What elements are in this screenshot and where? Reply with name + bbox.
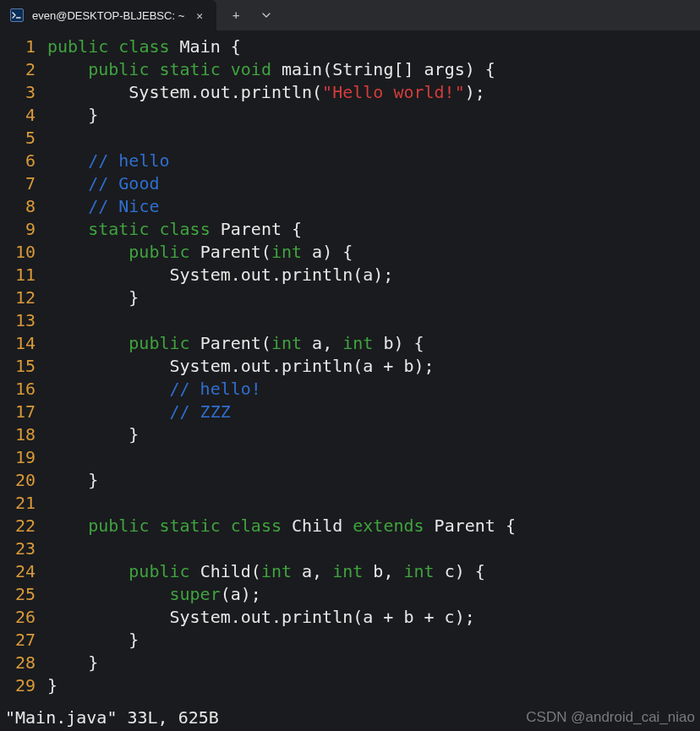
code-editor[interactable]: 1public class Main {2 public static void…	[0, 30, 700, 707]
line-number: 15	[0, 355, 47, 378]
code-content: static class Parent {	[47, 218, 700, 241]
tab-close-button[interactable]: ✕	[193, 8, 206, 22]
code-line: 24 public Child(int a, int b, int c) {	[0, 560, 700, 583]
code-line: 27 }	[0, 629, 700, 652]
line-number: 28	[0, 652, 47, 674]
line-number: 5	[0, 127, 47, 150]
code-content: }	[47, 469, 700, 492]
line-number: 2	[0, 58, 47, 81]
line-number: 24	[0, 560, 47, 583]
chevron-down-icon	[262, 11, 271, 19]
window-titlebar: even@DESKTOP-BLJEBSC: ~ ✕ +	[0, 0, 700, 30]
code-line: 23	[0, 537, 700, 560]
code-line: 16 // hello!	[0, 378, 700, 401]
code-line: 10 public Parent(int a) {	[0, 241, 700, 264]
line-number: 19	[0, 446, 47, 469]
svg-rect-0	[11, 9, 24, 22]
code-content: }	[47, 423, 700, 446]
new-tab-button[interactable]: +	[223, 3, 249, 27]
code-content	[47, 309, 700, 332]
line-number: 21	[0, 492, 47, 515]
code-content: System.out.println(a + b);	[47, 355, 700, 378]
code-content: }	[47, 286, 700, 309]
code-content: // Nice	[47, 195, 700, 218]
code-content: }	[47, 674, 700, 697]
code-line: 8 // Nice	[0, 195, 700, 218]
code-content: }	[47, 652, 700, 674]
line-number: 9	[0, 218, 47, 241]
code-line: 6 // hello	[0, 150, 700, 172]
code-content: public static void main(String[] args) {	[47, 58, 700, 81]
line-number: 27	[0, 629, 47, 652]
tab-title: even@DESKTOP-BLJEBSC: ~	[32, 9, 184, 22]
code-content: public static class Child extends Parent…	[47, 515, 700, 537]
line-number: 4	[0, 104, 47, 127]
code-line: 28 }	[0, 652, 700, 674]
code-line: 26 System.out.println(a + b + c);	[0, 606, 700, 629]
code-line: 20 }	[0, 469, 700, 492]
code-content	[47, 537, 700, 560]
code-line: 25 super(a);	[0, 583, 700, 606]
watermark: CSDN @android_cai_niao	[526, 709, 695, 726]
status-text: "Main.java" 33L, 625B	[5, 707, 219, 728]
code-line: 21	[0, 492, 700, 515]
code-line: 11 System.out.println(a);	[0, 264, 700, 286]
code-line: 18 }	[0, 423, 700, 446]
line-number: 3	[0, 81, 47, 104]
code-content	[47, 446, 700, 469]
line-number: 23	[0, 537, 47, 560]
line-number: 18	[0, 423, 47, 446]
line-number: 13	[0, 309, 47, 332]
code-line: 13	[0, 309, 700, 332]
code-content: public Child(int a, int b, int c) {	[47, 560, 700, 583]
code-line: 1public class Main {	[0, 35, 700, 58]
terminal-tab[interactable]: even@DESKTOP-BLJEBSC: ~ ✕	[0, 0, 216, 30]
code-content: // hello	[47, 150, 700, 172]
code-line: 2 public static void main(String[] args)…	[0, 58, 700, 81]
code-content: }	[47, 629, 700, 652]
code-content: }	[47, 104, 700, 127]
code-content: super(a);	[47, 583, 700, 606]
code-line: 9 static class Parent {	[0, 218, 700, 241]
code-line: 12 }	[0, 286, 700, 309]
code-content: // ZZZ	[47, 401, 700, 423]
code-content: System.out.println("Hello world!");	[47, 81, 700, 104]
code-content: public Parent(int a, int b) {	[47, 332, 700, 355]
code-content: // Good	[47, 172, 700, 195]
code-line: 29}	[0, 674, 700, 697]
line-number: 14	[0, 332, 47, 355]
line-number: 16	[0, 378, 47, 401]
code-content	[47, 492, 700, 515]
line-number: 29	[0, 674, 47, 697]
tab-dropdown-button[interactable]	[254, 3, 279, 27]
line-number: 8	[0, 195, 47, 218]
line-number: 26	[0, 606, 47, 629]
code-content: // hello!	[47, 378, 700, 401]
terminal-icon	[10, 8, 24, 22]
code-line: 19	[0, 446, 700, 469]
line-number: 25	[0, 583, 47, 606]
line-number: 6	[0, 150, 47, 172]
code-line: 4 }	[0, 104, 700, 127]
line-number: 11	[0, 264, 47, 286]
code-line: 14 public Parent(int a, int b) {	[0, 332, 700, 355]
line-number: 20	[0, 469, 47, 492]
line-number: 1	[0, 35, 47, 58]
line-number: 17	[0, 401, 47, 423]
code-line: 3 System.out.println("Hello world!");	[0, 81, 700, 104]
code-content: public Parent(int a) {	[47, 241, 700, 264]
code-line: 5	[0, 127, 700, 150]
status-bar: "Main.java" 33L, 625B CSDN @android_cai_…	[0, 707, 700, 731]
code-line: 22 public static class Child extends Par…	[0, 515, 700, 537]
titlebar-actions: +	[216, 0, 286, 30]
line-number: 7	[0, 172, 47, 195]
line-number: 12	[0, 286, 47, 309]
code-content: public class Main {	[47, 35, 700, 58]
code-line: 7 // Good	[0, 172, 700, 195]
code-line: 17 // ZZZ	[0, 401, 700, 423]
line-number: 10	[0, 241, 47, 264]
code-line: 15 System.out.println(a + b);	[0, 355, 700, 378]
code-content: System.out.println(a);	[47, 264, 700, 286]
code-content: System.out.println(a + b + c);	[47, 606, 700, 629]
line-number: 22	[0, 515, 47, 537]
